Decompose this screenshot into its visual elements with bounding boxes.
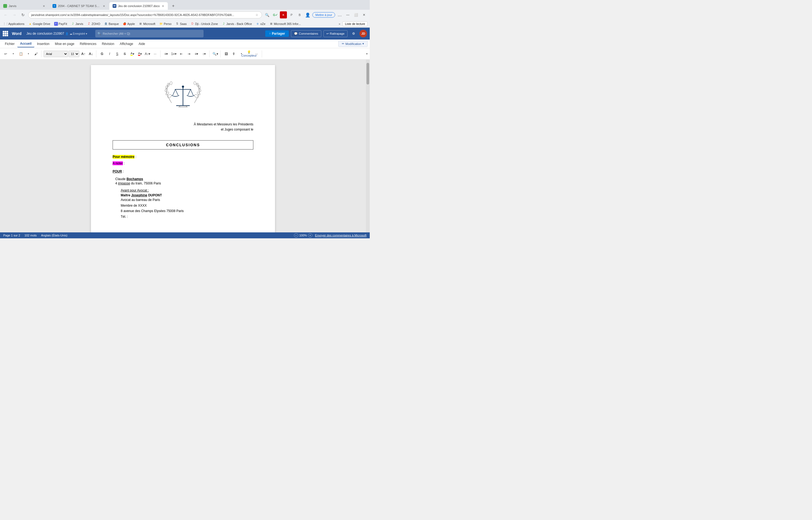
tab-jarvis-close[interactable]: ✕ — [42, 4, 46, 8]
avatar[interactable]: JD — [359, 30, 367, 37]
bookmark-gdrive[interactable]: ▲ Google Drive — [27, 21, 52, 26]
undo-button[interactable]: ↩ — [2, 50, 9, 57]
extension-btn-5[interactable]: B — [296, 11, 303, 19]
bookmark-saas[interactable]: S Saas — [174, 21, 188, 26]
tab-word-doc[interactable]: W Jeu de conclusion 210907.docx ✕ — [109, 2, 168, 10]
reading-list-button[interactable]: Liste de lecture — [342, 21, 368, 26]
alignment-button[interactable]: ≡▾ — [193, 50, 200, 57]
extension-btn-4[interactable]: P — [288, 11, 295, 19]
document-scrollbar[interactable] — [366, 59, 370, 232]
modification-button[interactable]: ✏ Modification ▾ — [338, 41, 368, 47]
back-button[interactable]: ← — [2, 11, 9, 19]
menu-affichage[interactable]: Affichage — [117, 41, 136, 47]
new-tab-button[interactable]: + — [169, 2, 177, 10]
bullet-list-button[interactable]: ≡▾ — [163, 50, 170, 57]
svg-point-10 — [182, 85, 184, 88]
line-spacing-button[interactable]: ↕▾ — [201, 50, 207, 57]
paste-button[interactable]: 📋 — [17, 50, 24, 57]
avocat-label: Ayant pour Avocat : — [121, 188, 253, 192]
image-button[interactable]: 🖼 — [223, 50, 230, 57]
concepteur-button[interactable]: 💡 Concepteur — [246, 50, 253, 57]
bookmark-jarvis-bo[interactable]: J Jarvis - Back Office — [220, 21, 254, 26]
update-button[interactable]: Mettre à jour — [312, 12, 335, 18]
rattrapage-button[interactable]: ↩ Rattrapage — [324, 30, 347, 37]
bookmark-dji[interactable]: D Dji - Unlock Zone — [189, 21, 220, 26]
menu-fichier[interactable]: Fichier — [2, 41, 17, 47]
bookmark-payfit[interactable]: P PayFit — [53, 21, 69, 26]
address-bar[interactable]: jarvisdrive.sharepoint.com/:w:/s/2094-ca… — [28, 11, 262, 19]
close-button[interactable]: ✕ — [361, 11, 368, 19]
search-icon: 🔍 — [97, 32, 101, 35]
menu-insertion[interactable]: Insertion — [34, 41, 52, 47]
menu-mise-en-page[interactable]: Mise en page — [52, 41, 77, 47]
italic-button[interactable]: I — [106, 50, 113, 57]
tab-word-close[interactable]: ✕ — [161, 4, 165, 8]
find-replace-button[interactable]: 🔍▾ — [212, 50, 219, 57]
dropdown-chevron[interactable]: ▾ — [86, 32, 87, 35]
share-button[interactable]: ↑ Partager — [265, 30, 289, 37]
extension-btn-2[interactable]: G✓ — [272, 11, 279, 19]
increase-indent-button[interactable]: ⇥ — [186, 50, 192, 57]
bookmark-apple[interactable]: 🍎 Apple — [121, 21, 136, 26]
toolbar-collapse-arrow[interactable]: ▾ — [366, 52, 368, 55]
toolbar-font: Arial 11 A↑ A↓ — [44, 50, 96, 57]
font-size-selector[interactable]: 11 — [68, 51, 79, 57]
extension-btn-3[interactable]: K — [280, 11, 287, 19]
font-grow-button[interactable]: A↑ — [80, 50, 87, 57]
bookmark-jarvis[interactable]: J Jarvis — [69, 21, 85, 26]
menu-accueil[interactable]: Accueil — [17, 41, 34, 47]
tab-jarvis[interactable]: Jarvis ✕ — [0, 2, 49, 10]
font-shrink-button[interactable]: A↓ — [87, 50, 94, 57]
underline-button[interactable]: S — [114, 50, 121, 57]
feedback-link[interactable]: Envoyer des commentaires à Microsoft — [315, 234, 366, 237]
bookmark-perso[interactable]: 📁 Perso — [158, 21, 173, 26]
bookmark-perso-label: Perso — [164, 22, 172, 25]
menu-aide[interactable]: Aide — [136, 41, 148, 47]
maximize-button[interactable]: ⬜ — [353, 11, 359, 19]
minimize-button[interactable]: — — [344, 11, 351, 19]
menu-revision[interactable]: Révision — [99, 41, 117, 47]
tab-cabinet[interactable]: S 2094 - CABINET SP TEAM SALES ✕ — [49, 2, 109, 10]
section2-suffix: : — [123, 161, 125, 165]
more-toolbar-button[interactable]: ··· — [253, 50, 260, 57]
scroll-thumb[interactable] — [366, 63, 369, 84]
bookmark-zoho[interactable]: Z ZOHO — [85, 21, 102, 26]
reload-button[interactable]: ↻ — [20, 11, 27, 19]
zoom-plus-button[interactable]: + — [308, 233, 312, 237]
word-grid-icon[interactable] — [3, 31, 8, 36]
comments-button[interactable]: 💬 Commentaires — [291, 30, 321, 37]
bookmark-oze[interactable]: o oZe — [254, 21, 267, 26]
star-icon[interactable]: ☆ — [255, 13, 259, 17]
dictate-button[interactable]: 🎙 — [230, 50, 237, 57]
document-scroll[interactable]: À Mesdames et Messieurs les Présidents e… — [0, 59, 366, 232]
bookmark-apps[interactable]: ⋮⋮ Applications — [2, 21, 26, 26]
font-selector[interactable]: Arial — [44, 51, 68, 57]
word-search-input[interactable] — [95, 30, 203, 37]
bold-button[interactable]: G — [99, 50, 106, 57]
highlight-button[interactable]: A▾ — [129, 50, 136, 57]
undo-dropdown[interactable]: ▾ — [10, 50, 17, 57]
numbered-list-button[interactable]: 1≡▾ — [170, 50, 177, 57]
decrease-indent-button[interactable]: ⇤ — [178, 50, 185, 57]
bookmarks-more[interactable]: » — [337, 22, 342, 26]
character-spacing-button[interactable]: A↕▾ — [144, 50, 151, 57]
bookmark-banque[interactable]: 🏦 Banque — [102, 21, 120, 26]
bookmark-microsoft[interactable]: ⊞ Microsoft — [137, 21, 157, 26]
strikethrough-button[interactable]: S — [121, 50, 128, 57]
browser-settings-btn[interactable]: … — [336, 11, 343, 19]
more-format-button[interactable]: ··· — [151, 50, 159, 57]
paste-dropdown[interactable]: ▾ — [25, 50, 32, 57]
tab-cabinet-close[interactable]: ✕ — [102, 4, 106, 8]
account-btn[interactable]: 👤 — [304, 11, 311, 19]
bookmark-ms365[interactable]: ⊞ Microsoft 365 Infor... — [268, 21, 303, 26]
browser-chrome: Jarvis ✕ S 2094 - CABINET SP TEAM SALES … — [0, 0, 370, 28]
extension-btn-1[interactable]: 🔍 — [263, 11, 271, 19]
toolbar-undoredo: ↩ ▾ 📋 ▾ 🖌 — [2, 50, 41, 57]
zoom-minus-button[interactable]: − — [294, 233, 298, 237]
menu-references[interactable]: Références — [77, 41, 99, 47]
forward-button[interactable]: → — [11, 11, 18, 19]
font-color-button[interactable]: A▾ — [136, 50, 143, 57]
settings-icon-button[interactable]: ⚙ — [350, 30, 357, 37]
format-painter[interactable]: 🖌 — [32, 50, 39, 57]
microsoft-icon: ⊞ — [139, 22, 142, 26]
